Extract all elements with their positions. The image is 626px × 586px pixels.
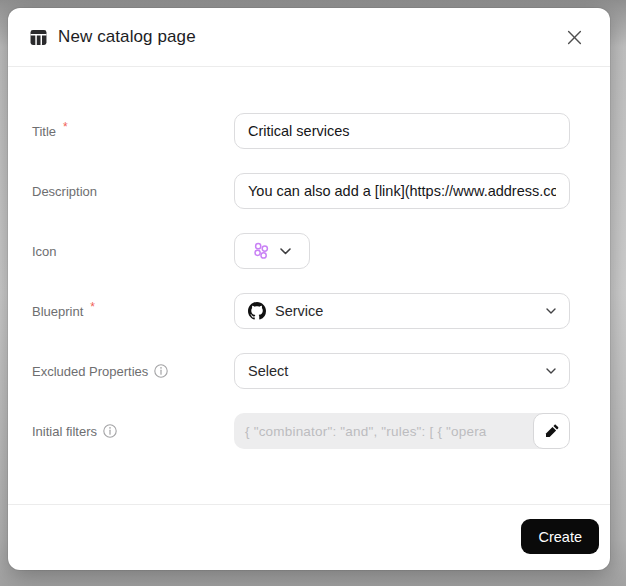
dialog-title: New catalog page [58,27,196,47]
close-icon[interactable] [560,23,588,51]
icon-row: Icon [32,233,586,269]
icon-dropdown[interactable] [234,233,310,269]
info-icon [103,424,117,438]
pencil-icon [545,424,559,438]
initial-filters-field: { "combinator": "and", "rules": [ { "ope… [234,413,570,449]
info-icon [154,364,168,378]
initial-filters-label: Initial filters [32,424,234,439]
chevron-down-icon [546,368,556,374]
blueprint-label: Blueprint* [32,304,234,319]
icon-label: Icon [32,244,234,259]
create-button[interactable]: Create [521,519,599,554]
table-icon [30,29,47,46]
description-row: Description [32,173,586,209]
blueprint-dropdown[interactable]: Service [234,293,570,329]
excluded-properties-placeholder: Select [248,363,288,379]
blueprint-row: Blueprint* Service [32,293,586,329]
required-asterisk: * [63,120,68,134]
blueprint-value: Service [275,303,323,319]
description-input[interactable] [234,173,570,209]
initial-filters-row: Initial filters { "combinator": "and", "… [32,413,586,449]
github-icon [248,302,266,320]
title-label: Title* [32,124,234,139]
excluded-properties-dropdown[interactable]: Select [234,353,570,389]
initial-filters-value: { "combinator": "and", "rules": [ { "ope… [234,424,570,439]
dialog-header: New catalog page [8,8,610,67]
description-label: Description [32,184,234,199]
excluded-properties-label: Excluded Properties [32,364,234,379]
chevron-down-icon [546,308,556,314]
edit-filters-button[interactable] [533,413,570,449]
excluded-properties-row: Excluded Properties Select [32,353,586,389]
title-row: Title* [32,113,586,149]
cluster-icon [253,242,270,260]
title-input[interactable] [234,113,570,149]
chevron-down-icon [280,248,291,255]
required-asterisk: * [90,300,95,314]
dialog-body: Title* Description Icon [8,67,610,504]
dialog-footer: Create [8,504,610,570]
new-catalog-page-dialog: New catalog page Title* Description Icon [8,8,610,570]
